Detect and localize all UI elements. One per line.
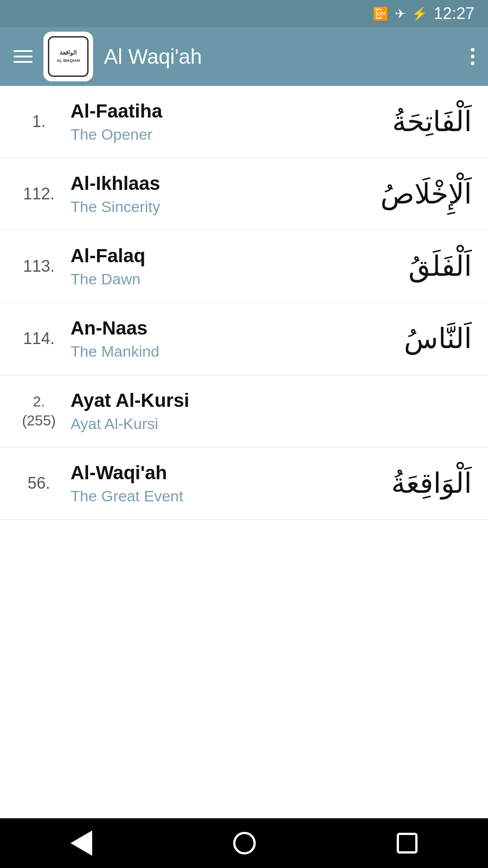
logo-inner: الواقعةAL WAQIAH	[48, 36, 89, 77]
more-options-button[interactable]	[471, 48, 474, 65]
surah-item-naas[interactable]: 114. An-Naas The Mankind اَلنَّاسُ	[0, 303, 488, 375]
logo-text: الواقعةAL WAQIAH	[56, 49, 80, 63]
surah-item-faatiha[interactable]: 1. Al-Faatiha The Opener اَلْفَاتِحَةُ	[0, 86, 488, 158]
status-icons: 📴 ✈ ⚡ 12:27	[373, 4, 474, 23]
surah-info: Al-Faatiha The Opener	[61, 100, 392, 143]
back-icon	[70, 830, 92, 856]
surah-meaning: The Opener	[70, 126, 392, 143]
surah-info: Al-Ikhlaas The Sincerity	[61, 173, 380, 216]
surah-item-waqiah[interactable]: 56. Al-Waqi'ah The Great Event اَلْوَاقِ…	[0, 448, 488, 520]
surah-info: Al-Falaq The Dawn	[61, 245, 408, 288]
back-button[interactable]	[70, 830, 92, 856]
home-icon	[233, 832, 256, 854]
surah-arabic: اَلْإِخْلَاصُ	[380, 177, 472, 211]
surah-meaning: The Dawn	[70, 270, 408, 288]
surah-meaning: The Mankind	[70, 343, 404, 360]
airplane-icon: ✈	[395, 6, 405, 21]
surah-number: 114.	[16, 328, 61, 349]
surah-number: 112.	[16, 184, 61, 205]
surah-name: Ayat Al-Kursi	[70, 390, 472, 411]
surah-name: Al-Faatiha	[70, 100, 392, 122]
status-time: 12:27	[434, 4, 474, 23]
surah-item-ayat-kursi[interactable]: 2. (255) Ayat Al-Kursi Ayat Al-Kursi	[0, 375, 488, 448]
bottom-nav	[0, 818, 488, 868]
surah-arabic: اَلْفَلَقُ	[408, 250, 472, 283]
surah-number: 113.	[16, 256, 61, 277]
surah-item-falaq[interactable]: 113. Al-Falaq The Dawn اَلْفَلَقُ	[0, 231, 488, 303]
surah-list: 1. Al-Faatiha The Opener اَلْفَاتِحَةُ 1…	[0, 86, 488, 818]
surah-name: Al-Waqi'ah	[70, 462, 391, 484]
surah-meaning: The Great Event	[70, 487, 391, 505]
surah-number: 56.	[16, 473, 61, 494]
app-logo: الواقعةAL WAQIAH	[43, 32, 93, 81]
battery-icon: ⚡	[412, 6, 427, 21]
surah-name: Al-Falaq	[70, 245, 408, 267]
app-bar: الواقعةAL WAQIAH Al Waqi'ah	[0, 27, 488, 86]
recent-apps-button[interactable]	[397, 833, 418, 854]
app-title: Al Waqi'ah	[104, 44, 460, 69]
surah-info: Al-Waqi'ah The Great Event	[61, 462, 391, 505]
home-button[interactable]	[233, 832, 256, 854]
status-bar: 📴 ✈ ⚡ 12:27	[0, 0, 488, 27]
surah-meaning: The Sincerity	[70, 198, 380, 216]
surah-number: 2. (255)	[16, 392, 61, 430]
surah-name: Al-Ikhlaas	[70, 173, 380, 194]
no-sim-icon: 📴	[373, 6, 389, 21]
surah-arabic: اَلْفَاتِحَةُ	[392, 105, 472, 138]
surah-name: An-Naas	[70, 317, 404, 339]
surah-arabic: اَلنَّاسُ	[404, 322, 472, 355]
hamburger-button[interactable]	[14, 50, 33, 63]
surah-info: An-Naas The Mankind	[61, 317, 404, 360]
surah-number: 1.	[16, 111, 61, 132]
surah-item-ikhlaas[interactable]: 112. Al-Ikhlaas The Sincerity اَلْإِخْلَ…	[0, 158, 488, 231]
surah-arabic: اَلْوَاقِعَةُ	[391, 467, 472, 500]
surah-meaning: Ayat Al-Kursi	[70, 415, 472, 433]
surah-info: Ayat Al-Kursi Ayat Al-Kursi	[61, 390, 472, 433]
recent-apps-icon	[397, 833, 418, 854]
